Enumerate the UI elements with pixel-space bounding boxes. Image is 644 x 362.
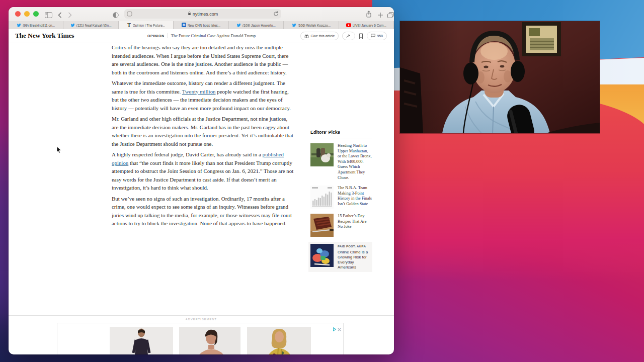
share-arrow-icon <box>346 34 352 38</box>
close-button[interactable] <box>15 11 21 17</box>
ad-model-bare-shoulders <box>179 327 240 354</box>
tab-label: (109) Jason Howerto... <box>243 24 276 27</box>
address-bar[interactable]: nytimes.com <box>124 9 281 19</box>
twitter-favicon-icon <box>17 23 21 28</box>
ad-model-panel[interactable] <box>110 327 173 354</box>
tab-label: New CNN boss lates... <box>188 24 220 27</box>
forward-button-icon[interactable] <box>68 11 72 20</box>
tab-bar: (99) Breaking911 on...(121) Neal Katyal … <box>9 21 394 29</box>
browser-tab[interactable]: TOpinion | The Future... <box>119 21 174 29</box>
article-paragraph: But we’ve seen no signs of such an inves… <box>112 195 294 228</box>
article-paragraph: Critics of the hearings who say they are… <box>112 43 294 76</box>
section-kicker[interactable]: OPINION <box>147 34 165 38</box>
lock-icon <box>188 11 191 17</box>
zoom-button[interactable] <box>33 11 39 17</box>
editors-pick-paid-post[interactable]: PAID POST: AURAOnline Crime Is a Growing… <box>308 242 372 272</box>
ad-banner[interactable] <box>57 323 344 354</box>
browser-tab[interactable]: (106) Wojtek Kopczu... <box>284 21 339 29</box>
aura-thumbnail <box>310 244 334 267</box>
bookmark-icon <box>359 33 363 39</box>
minimize-button[interactable] <box>24 11 30 17</box>
page-title: The Future Criminal Case Against Donald … <box>171 33 256 38</box>
pick-headline: The N.B.A. Team Making 3-Point History i… <box>338 186 372 209</box>
article-paragraph: Mr. Garland and other high officials at … <box>112 115 294 148</box>
webcam-speaker-man <box>400 21 600 133</box>
tab-label: Opinion | The Future... <box>133 24 166 27</box>
editors-picks: Editors’ Picks Heading North to Upper Ma… <box>310 130 372 272</box>
tab-overview-icon[interactable] <box>387 11 394 20</box>
browser-tab[interactable]: (99) Breaking911 on... <box>9 21 63 29</box>
give-article-button[interactable]: Give this article <box>300 32 339 40</box>
article-text: Critics of the hearings who say they are… <box>112 44 288 75</box>
safari-window: nytimes.com (99) Breaking911 on...(121) … <box>9 7 394 354</box>
couple-dog-thumbnail <box>310 143 334 166</box>
article-paragraph: Whatever the immediate outcome, history … <box>112 79 294 112</box>
article-text: A highly respected federal judge, David … <box>112 151 263 157</box>
twitter-favicon-icon <box>292 23 296 28</box>
editors-pick-item[interactable]: 15 Father’s Day Recipes That Are No Joke <box>310 214 372 237</box>
ad-model-dark-dress <box>110 327 173 354</box>
ad-model-yellow-top <box>247 327 311 354</box>
site-settings-icon[interactable] <box>127 11 132 18</box>
pick-headline: Heading North to Upper Manhattan, or the… <box>338 143 372 180</box>
article-body: Critics of the hearings who say they are… <box>112 43 294 230</box>
paid-post-kicker: PAID POST: AURA <box>338 244 370 249</box>
save-article-button[interactable] <box>359 33 363 39</box>
webcam-video-overlay <box>400 21 600 133</box>
tab-label: (106) Wojtek Kopczu... <box>298 24 331 27</box>
tab-label: (99) Breaking911 on... <box>23 24 55 27</box>
new-tab-button-icon[interactable] <box>377 11 383 20</box>
privacy-report-icon[interactable] <box>113 11 119 20</box>
editors-picks-title: Editors’ Picks <box>310 130 372 138</box>
tab-label: (121) Neal Katyal (@n... <box>76 24 112 27</box>
divider <box>168 33 168 38</box>
ribs-thumbnail <box>310 214 334 237</box>
svg-text:M: M <box>183 23 185 27</box>
article-text: Mr. Garland and other high officials at … <box>112 116 293 147</box>
browser-tab[interactable]: (121) Neal Katyal (@n... <box>63 21 118 29</box>
browser-tab[interactable]: (109) Jason Howerto... <box>229 21 284 29</box>
article-text: But we’ve seen no signs of such an inves… <box>112 196 292 227</box>
ad-model-panel[interactable] <box>247 327 311 354</box>
youtube-favicon-icon <box>346 23 351 28</box>
browser-tab[interactable]: LIVE! January 6 Com... <box>339 21 394 29</box>
share-article-button[interactable] <box>342 32 355 40</box>
mediaite-favicon-icon: M <box>182 23 186 28</box>
share-button-icon[interactable] <box>366 11 372 20</box>
nyt-header: The New York Times OPINION The Future Cr… <box>9 29 394 43</box>
adchoices-icon[interactable] <box>333 324 337 333</box>
sidebar-toggle-icon[interactable] <box>45 11 52 20</box>
editors-picks-list: Heading North to Upper Manhattan, or the… <box>310 143 372 272</box>
divider <box>9 315 394 316</box>
ad-model-panel[interactable] <box>179 327 240 354</box>
nyt-favicon-icon: T <box>127 23 131 28</box>
chart-thumbnail <box>310 186 334 209</box>
give-article-label: Give this article <box>310 34 335 38</box>
article-link[interactable]: Twenty million <box>182 88 216 95</box>
reload-icon[interactable] <box>273 11 279 18</box>
advertisement-label: ADVERTISEMENT <box>9 318 394 321</box>
titlebar[interactable]: nytimes.com <box>9 7 394 22</box>
nyt-logo[interactable]: The New York Times <box>15 32 74 40</box>
url-text: nytimes.com <box>193 12 218 17</box>
pick-headline: PAID POST: AURAOnline Crime Is a Growing… <box>338 244 370 270</box>
twitter-favicon-icon <box>236 23 241 28</box>
mouse-cursor <box>56 146 62 156</box>
comments-count: 958 <box>377 34 383 38</box>
comments-button[interactable]: 958 <box>367 32 387 40</box>
ad-close-icon[interactable] <box>338 324 341 333</box>
editors-pick-item[interactable]: Heading North to Upper Manhattan, or the… <box>310 143 372 180</box>
pick-headline: 15 Father’s Day Recipes That Are No Joke <box>338 214 372 237</box>
desktop: nytimes.com (99) Breaking911 on...(121) … <box>0 0 644 362</box>
breadcrumb: OPINION The Future Criminal Case Against… <box>147 33 256 38</box>
gift-icon <box>304 34 309 39</box>
article-text: that “the court finds it more likely tha… <box>112 160 293 191</box>
comment-bubble-icon <box>371 34 375 38</box>
browser-tab[interactable]: MNew CNN boss lates... <box>174 21 228 29</box>
tab-label: LIVE! January 6 Com... <box>353 24 386 27</box>
svg-text:T: T <box>127 23 131 27</box>
twitter-favicon-icon <box>70 23 75 28</box>
back-button-icon[interactable] <box>58 11 62 20</box>
editors-pick-item[interactable]: The N.B.A. Team Making 3-Point History i… <box>310 186 372 209</box>
article-paragraph: A highly respected federal judge, David … <box>112 150 294 192</box>
